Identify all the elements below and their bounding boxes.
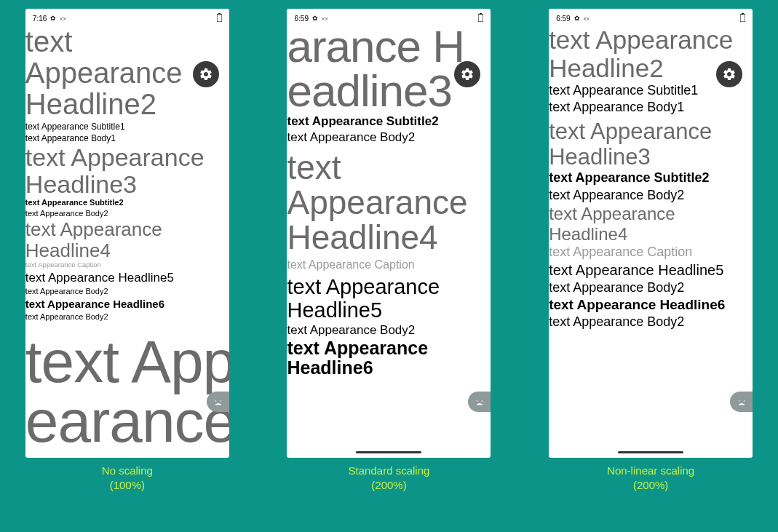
caption-text: text Appearance Caption	[549, 244, 753, 261]
settings-fab[interactable]	[716, 61, 742, 87]
headline3: text Appearance Headline3	[25, 144, 229, 197]
nav-bar-handle[interactable]	[356, 451, 421, 453]
headline5: text Appearance Headline5	[25, 270, 229, 286]
body1: text Appearance Body1	[25, 132, 229, 144]
subtitle1: text Appearance Subtitle1	[25, 121, 229, 132]
svg-point-11	[743, 402, 744, 403]
headline1-a: text App	[25, 332, 229, 392]
headline5: text Appearance Headline5	[287, 276, 491, 322]
svg-point-7	[481, 402, 482, 403]
headline4: text Appearance Headline4	[25, 219, 229, 261]
gear-status-icon: ✿	[50, 15, 56, 22]
subtitle2: text Appearance Subtitle2	[549, 170, 753, 186]
caption-1: No scaling(100%)	[25, 464, 229, 493]
headline1-b: earance	[25, 392, 229, 451]
headline6: text Appearance Headline6	[25, 297, 229, 311]
gear-icon	[722, 67, 737, 82]
body2-a: text Appearance Body2	[549, 187, 753, 204]
headline5: text Appearance Headline5	[549, 261, 753, 279]
body2-a: text Appearance Body2	[25, 208, 229, 219]
phone-no-scaling: 7:16 ✿ xx text Appearance Headline2 text…	[25, 9, 229, 458]
svg-rect-1	[217, 14, 222, 22]
svg-point-6	[478, 402, 479, 403]
headline3: text Appearance Headline3	[549, 119, 753, 170]
android-icon	[736, 398, 747, 405]
subtitle2: text Appearance Subtitle2	[287, 114, 491, 130]
caption-text: text Appearance Caption	[287, 257, 491, 273]
gear-icon	[199, 67, 213, 82]
emulator-tab[interactable]	[468, 392, 491, 412]
headline4: text Appearance Headline4	[287, 150, 491, 255]
phone-standard-scaling: 6:59 ✿ xx arance H eadline3 text Appeara…	[287, 9, 491, 458]
svg-point-10	[740, 402, 741, 403]
headline6: text Appearance Headline6	[287, 338, 491, 378]
body2-a: text Appearance Body2	[287, 130, 491, 146]
status-xx: xx	[60, 15, 66, 22]
status-xx: xx	[584, 15, 590, 22]
body2-c: text Appearance Body2	[25, 311, 229, 322]
body2-b: text Appearance Body2	[25, 286, 229, 297]
emulator-tab[interactable]	[730, 392, 753, 412]
svg-point-3	[219, 402, 220, 403]
subtitle2: text Appearance Subtitle2	[25, 197, 229, 208]
headline6: text Appearance Headline6	[549, 296, 753, 314]
status-time: 6:59	[556, 15, 570, 23]
status-time: 7:16	[33, 15, 47, 23]
svg-rect-9	[740, 14, 745, 22]
svg-rect-5	[478, 14, 483, 22]
body1: text Appearance Body1	[549, 99, 753, 116]
body2-b: text Appearance Body2	[549, 279, 753, 296]
caption-3: Non-linear scaling(200%)	[549, 464, 753, 493]
gear-status-icon: ✿	[574, 15, 580, 22]
android-icon	[474, 398, 485, 405]
caption-text: text Appearance Caption	[25, 261, 229, 270]
body2-b: text Appearance Body2	[287, 322, 491, 338]
status-bar: 6:59 ✿ xx	[549, 9, 753, 26]
battery-icon	[478, 13, 483, 23]
gear-status-icon: ✿	[312, 15, 318, 22]
nav-bar-handle[interactable]	[618, 451, 683, 453]
status-bar: 7:16 ✿ xx	[25, 9, 229, 26]
body2-c: text Appearance Body2	[549, 314, 753, 330]
headline4: text Appearance Headline4	[549, 204, 753, 244]
caption-2: Standard scaling(200%)	[287, 464, 491, 493]
phone-nonlinear-scaling: 6:59 ✿ xx text Appearance Headline2 text…	[549, 9, 753, 458]
battery-icon	[740, 13, 745, 23]
android-icon	[213, 398, 224, 405]
status-bar: 6:59 ✿ xx	[287, 9, 491, 26]
status-xx: xx	[322, 15, 328, 22]
status-time: 6:59	[294, 15, 308, 23]
battery-icon	[217, 13, 222, 23]
gear-icon	[460, 67, 475, 82]
settings-fab[interactable]	[193, 61, 219, 87]
svg-point-2	[216, 402, 217, 403]
emulator-tab[interactable]	[207, 392, 229, 412]
